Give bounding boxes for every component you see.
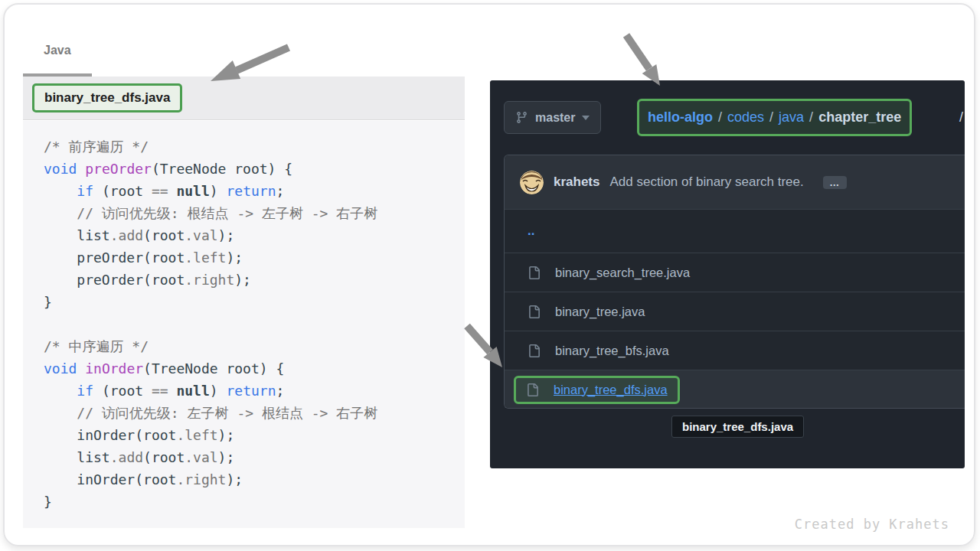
parent-directory-link[interactable]: .. [528, 223, 534, 239]
file-name[interactable]: binary_search_tree.java [555, 266, 690, 280]
file-name[interactable]: binary_tree_dfs.java [554, 383, 668, 397]
file-icon [528, 344, 541, 357]
code-line: preOrder(root.right); [44, 269, 465, 291]
latest-commit-row: krahets Add section of binary search tre… [505, 155, 965, 209]
code-line: void inOrder(TreeNode root) { [44, 357, 465, 380]
code-line: inOrder(root.left); [44, 424, 465, 446]
file-name[interactable]: binary_tree.java [555, 305, 645, 319]
code-title-bar: binary_tree_dfs.java [23, 77, 465, 120]
code-line: list.add(root.val); [44, 224, 465, 246]
breadcrumb-trailing-slash: / [959, 109, 963, 126]
branch-selector-button[interactable]: master [504, 101, 601, 134]
breadcrumb-segment-chapter_tree: chapter_tree [818, 109, 901, 125]
git-branch-icon [515, 111, 528, 124]
code-line: if (root == null) return; [44, 380, 465, 402]
code-line: list.add(root.val); [44, 446, 465, 468]
breadcrumb-segment-codes[interactable]: codes [727, 109, 764, 125]
file-icon [526, 383, 539, 396]
code-line: if (root == null) return; [44, 180, 465, 202]
file-list: ..binary_search_tree.javabinary_tree.jav… [505, 209, 965, 409]
avatar[interactable] [520, 171, 544, 194]
code-block: /* 前序遍历 */void preOrder(TreeNode root) {… [23, 121, 465, 528]
file-table: krahets Add section of binary search tre… [504, 155, 965, 409]
commit-ellipsis-button[interactable]: … [823, 176, 847, 189]
code-line: } [44, 291, 465, 313]
file-row-highlight: binary_tree_dfs.java [514, 376, 680, 404]
breadcrumb-separator: / [764, 109, 779, 125]
code-line: preOrder(root.left); [44, 246, 465, 269]
code-line: // 访问优先级: 左子树 -> 根结点 -> 右子树 [44, 402, 465, 424]
file-icon [528, 305, 541, 318]
credit-text: Created by Krahets [795, 517, 949, 532]
file-icon [528, 266, 541, 279]
code-line [44, 313, 465, 335]
code-lines: /* 前序遍历 */void preOrder(TreeNode root) {… [44, 135, 465, 513]
code-line: void preOrder(TreeNode root) { [44, 158, 465, 180]
code-line: } [44, 491, 465, 513]
breadcrumb-highlight: hello-algo/codes/java/chapter_tree [637, 99, 912, 136]
file-name[interactable]: binary_tree_bfs.java [555, 344, 669, 358]
breadcrumb-separator: / [804, 109, 818, 125]
breadcrumb-segment-java[interactable]: java [779, 109, 804, 125]
code-line: inOrder(root.right); [44, 468, 465, 491]
breadcrumb: hello-algo/codes/java/chapter_tree [648, 109, 901, 126]
parent-directory-row: .. [505, 209, 965, 253]
file-row-binary_tree_dfs.java[interactable]: binary_tree_dfs.java [505, 370, 965, 409]
breadcrumb-segment-hello-algo[interactable]: hello-algo [648, 109, 713, 125]
code-file-title-highlight: binary_tree_dfs.java [32, 83, 182, 112]
file-row-binary_tree_bfs.java[interactable]: binary_tree_bfs.java [505, 331, 965, 370]
code-line: // 访问优先级: 根结点 -> 左子树 -> 右子树 [44, 202, 465, 224]
github-file-browser: master hello-algo/codes/java/chapter_tre… [490, 80, 965, 468]
file-tooltip: binary_tree_dfs.java [671, 416, 804, 438]
file-row-binary_tree.java[interactable]: binary_tree.java [505, 292, 965, 331]
commit-message[interactable]: Add section of binary search tree. [609, 174, 803, 190]
code-line: /* 前序遍历 */ [44, 135, 465, 158]
tab-java[interactable]: Java [44, 44, 71, 57]
file-row-binary_search_tree.java[interactable]: binary_search_tree.java [505, 253, 965, 292]
commit-author[interactable]: krahets [554, 174, 599, 190]
code-line: /* 中序遍历 */ [44, 335, 465, 357]
breadcrumb-separator: / [713, 109, 727, 125]
branch-selector-label: master [535, 111, 575, 125]
chevron-down-icon [582, 116, 590, 120]
